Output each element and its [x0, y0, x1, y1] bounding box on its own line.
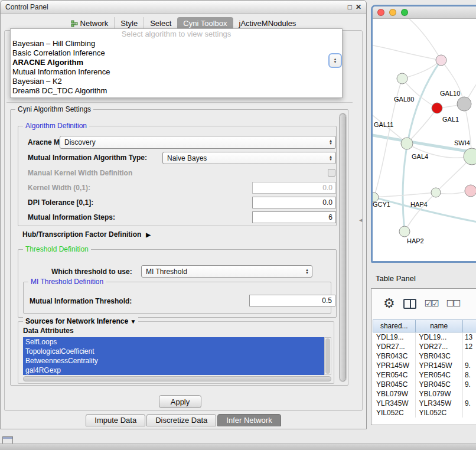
node-label: GCY1 — [373, 201, 390, 208]
dropdown-item[interactable]: Dream8 DC_TDC Algorithm — [11, 86, 342, 96]
manual-kernel-checkbox[interactable] — [328, 169, 335, 177]
close-icon[interactable]: ✕ — [356, 3, 361, 11]
zoom-traffic-light-icon[interactable] — [401, 9, 408, 16]
which-threshold-label: Which threshold to use: — [51, 268, 132, 276]
network-edge — [409, 19, 441, 60]
column-header-shared-name[interactable]: shared... — [373, 319, 416, 332]
network-node-hap4[interactable] — [431, 188, 441, 197]
attribute-list: SelfLoops TopologicalCoefficient Between… — [23, 337, 324, 375]
data-attributes-label: Data Attributes — [23, 327, 74, 335]
mi-steps-label: Mutual Information Steps: — [28, 213, 115, 221]
threshold-definition-group: Threshold Definition Which threshold to … — [18, 249, 337, 318]
dropdown-item[interactable]: Mutual Information Inference — [11, 67, 342, 77]
unchecked-boxes-icon[interactable]: ☐☐ — [446, 298, 460, 309]
attribute-list-scrollbar[interactable] — [324, 337, 331, 375]
network-node-gal4[interactable] — [401, 138, 413, 149]
network-node-hap2[interactable] — [399, 226, 410, 237]
column-header-name[interactable]: name — [416, 319, 463, 332]
tab-impute-data[interactable]: Impute Data — [86, 414, 145, 426]
hub-tf-definition-toggle[interactable]: Hub/Transcription Factor Definition ▶ — [22, 230, 151, 239]
minimize-traffic-light-icon[interactable] — [389, 9, 396, 16]
tab-infer-network[interactable]: Infer Network — [217, 414, 281, 426]
sources-toggle[interactable]: Sources for Network Inference ▼ — [23, 317, 138, 325]
algorithm-dropdown-popup: Select algorithm to view settings Bayesi… — [10, 28, 343, 98]
dropdown-item-selected[interactable]: ARACNE Algorithm — [11, 58, 342, 67]
scrollbar-thumb[interactable] — [340, 113, 346, 381]
table-row[interactable]: YPR145WYPR145W9. — [373, 361, 476, 370]
checked-boxes-icon[interactable]: ☑☑ — [425, 298, 438, 309]
mi-threshold-input[interactable]: 0.5 — [249, 295, 335, 306]
attribute-item-selected[interactable]: SelfLoops — [23, 337, 324, 347]
network-node-gal10[interactable] — [432, 103, 442, 113]
table-row[interactable]: YLR345WYLR345W9. — [373, 399, 476, 408]
combo-arrows-icon: ▲▼ — [329, 155, 332, 161]
dropdown-placeholder: Select algorithm to view settings — [11, 30, 342, 39]
aracne-mode-select[interactable]: Discovery ▲▼ — [60, 136, 336, 149]
dpi-tolerance-input[interactable]: 0.0 — [252, 197, 336, 208]
network-node[interactable] — [397, 73, 407, 84]
attribute-list-hscrollbar[interactable] — [23, 376, 331, 381]
dropdown-item[interactable]: Bayesian – Hill Climbing — [11, 39, 342, 48]
network-icon — [71, 20, 78, 27]
table-panel-window: ⚙ ☑☑ ☐☐ shared... name YDL19...YDL19...1… — [371, 288, 476, 425]
kernel-width-input[interactable]: 0.0 — [252, 182, 336, 194]
column-header-extra[interactable] — [463, 319, 476, 332]
scrollbar-thumb[interactable] — [325, 338, 330, 374]
columns-icon[interactable] — [403, 299, 416, 309]
table-toolbar: ⚙ ☑☑ ☐☐ — [371, 289, 476, 318]
float-window-icon[interactable]: □ — [348, 3, 352, 11]
group-title: Cyni Algorithm Settings — [15, 105, 93, 113]
group-title: Algorithm Definition — [23, 122, 89, 130]
mi-type-label: Mutual Information Algorithm Type: — [28, 154, 147, 162]
attribute-item-selected[interactable]: TopologicalCoefficient — [23, 347, 324, 356]
control-panel-window: Control Panel □ ✕ Network — [0, 0, 367, 429]
node-label: GAL10 — [440, 90, 460, 97]
network-node[interactable] — [457, 97, 471, 111]
table-row[interactable]: YIL052CYIL052C — [373, 408, 476, 418]
close-traffic-light-icon[interactable] — [377, 9, 384, 16]
table-body: YDL19...YDL19...13 YDR27...YDR27...12 YB… — [373, 332, 476, 425]
network-edge — [402, 79, 437, 108]
manual-kernel-label: Manual Kernel Width Definition — [28, 169, 132, 177]
table-row[interactable]: YDR27...YDR27...12 — [373, 342, 476, 351]
dropdown-item[interactable]: Bayesian – K2 — [11, 77, 342, 86]
table-row[interactable]: YBR045CYBR045C9. — [373, 380, 476, 389]
settings-scrollbar[interactable] — [339, 113, 347, 382]
collapse-down-icon: ▼ — [130, 318, 136, 325]
network-node[interactable] — [436, 55, 446, 66]
table-row[interactable]: YER054CYER054C8. — [373, 370, 476, 380]
mi-steps-input[interactable]: 6 — [252, 211, 336, 223]
group-border-line — [6, 102, 353, 103]
splitter-collapse-icon[interactable]: ◂ — [359, 216, 363, 224]
table-row[interactable]: YBL079WYBL079W — [373, 389, 476, 399]
group-title: Threshold Definition — [23, 245, 91, 253]
node-label: HAP2 — [407, 237, 424, 244]
table-header: shared... name — [373, 319, 476, 332]
algorithm-definition-group: Algorithm Definition Aracne Mode: Discov… — [18, 126, 337, 226]
attribute-item-selected[interactable]: gal4RGexp — [23, 366, 324, 375]
kernel-width-label: Kernel Width (0,1): — [28, 184, 90, 192]
combo-arrows-icon: ▲▼ — [334, 58, 337, 64]
gear-icon[interactable]: ⚙ — [383, 297, 395, 310]
network-canvas[interactable]: GAL80 GAL10 GAL11 GAL1 SWI4 GAL4 GCY1 HA… — [373, 19, 476, 261]
apply-button[interactable]: Apply — [159, 395, 201, 408]
desktop: Control Panel □ ✕ Network — [0, 0, 476, 450]
node-label: SWI4 — [454, 139, 470, 146]
table-row[interactable]: YDL19...YDL19...13 — [373, 332, 476, 342]
window-title: Control Panel — [5, 3, 48, 11]
node-label: GAL4 — [412, 153, 428, 160]
dropdown-item[interactable]: Basic Correlation Inference — [11, 48, 342, 58]
table-panel-title: Table Panel — [376, 274, 416, 283]
tab-discretize-data[interactable]: Discretize Data — [146, 414, 216, 426]
cyni-mode-tabs: Impute Data Discretize Data Infer Networ… — [1, 414, 366, 426]
sources-group: Sources for Network Inference ▼ Data Att… — [18, 321, 334, 384]
mi-type-select[interactable]: Naive Bayes ▲▼ — [162, 152, 336, 164]
which-threshold-select[interactable]: MI Threshold ▲▼ — [141, 265, 312, 278]
algorithm-combobox-button[interactable]: ▲▼ — [328, 53, 342, 68]
table-row[interactable]: YBR043CYBR043C — [373, 351, 476, 361]
network-edge — [374, 193, 436, 197]
network-node[interactable] — [465, 185, 476, 197]
attribute-item-selected[interactable]: BetweennessCentrality — [23, 356, 324, 366]
node-label: GAL1 — [442, 116, 459, 123]
network-view-window: GAL80 GAL10 GAL11 GAL1 SWI4 GAL4 GCY1 HA… — [371, 5, 476, 263]
